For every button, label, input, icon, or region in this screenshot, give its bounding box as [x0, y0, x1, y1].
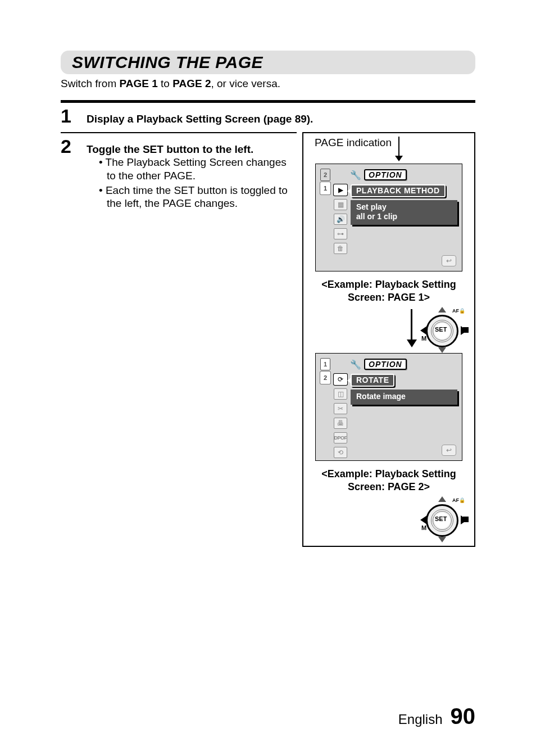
menu-grid-icon: ▦	[334, 199, 347, 210]
arrow-down-icon	[395, 137, 403, 161]
menu-edit-icon: ✂	[334, 403, 347, 414]
page-tabs: 2 1	[320, 169, 330, 194]
selection-title-page2: ROTATE	[351, 374, 394, 387]
dial-row-1: AF🔒 SET M	[309, 309, 469, 351]
tab-2: 2	[320, 169, 330, 181]
desc1-line1: Set play	[356, 202, 387, 211]
page-indication-label: PAGE indication	[315, 137, 392, 149]
footer-page-number: 90	[451, 704, 476, 729]
wrench-icon-2: 🔧	[349, 358, 362, 370]
menu-protect-icon: ⊶	[334, 228, 347, 239]
page-footer: English 90	[398, 704, 475, 729]
dial-af-label-2: AF🔒	[452, 497, 465, 503]
intro-post: , or vice versa.	[211, 78, 281, 89]
dial-down-arrow-icon	[438, 347, 446, 353]
step-2-bullets: The Playback Setting Screen changes to t…	[99, 156, 297, 210]
bullet-2: Each time the SET button is toggled to t…	[107, 184, 297, 211]
step-1-number: 1	[61, 106, 74, 125]
footer-language: English	[398, 712, 443, 727]
menu-rotate-icon: ⟳	[334, 374, 347, 385]
option-header: 🔧 OPTION	[349, 169, 407, 181]
tab-1-active: 1	[320, 182, 330, 194]
intro-pre: Switch from	[61, 78, 120, 89]
section-title: SWITCHING THE PAGE	[72, 53, 464, 72]
caption-page1: <Example: Playback Setting Screen: PAGE …	[309, 278, 469, 304]
intro-page1: PAGE 1	[120, 78, 158, 89]
option-header-2: 🔧 OPTION	[349, 358, 407, 370]
menu-playback-icon: ▶	[334, 184, 347, 196]
option-label: OPTION	[364, 169, 407, 180]
return-icon: ↩	[442, 255, 456, 266]
set-dial-1: AF🔒 SET M	[421, 309, 466, 351]
dial-ev-icon	[463, 327, 469, 333]
set-dial-2: AF🔒 SET M	[421, 499, 466, 540]
dial-af-label: AF🔒	[452, 308, 465, 314]
return-icon-2: ↩	[442, 445, 456, 456]
menu-delete-icon: 🗑	[334, 243, 347, 254]
dial-down-arrow-icon-2	[438, 537, 446, 542]
dial-set-label: SET	[435, 326, 447, 333]
caption-page2: <Example: Playback Setting Screen: PAGE …	[309, 468, 469, 493]
option-label-2: OPTION	[364, 359, 407, 370]
desc1-line2: all or 1 clip	[356, 212, 397, 221]
tab-1: 1	[320, 358, 330, 370]
step-2-heading: Toggle the SET button to the left.	[87, 143, 253, 156]
step-1-heading: Display a Playback Setting Screen (page …	[87, 113, 313, 125]
tab-2-active: 2	[320, 372, 330, 384]
left-menu-page2: ⟳ ◫ ✂ 🖶 DPOF ⟲	[334, 374, 347, 458]
wrench-icon: 🔧	[349, 169, 362, 181]
intro-mid: to	[158, 78, 172, 89]
big-arrow-down-icon	[407, 309, 417, 348]
menu-dpof-icon: DPOF	[334, 432, 347, 443]
bullet-1: The Playback Setting Screen changes to t…	[107, 156, 297, 183]
dial-up-arrow-icon	[438, 307, 446, 313]
playback-screen-page2: 1 2 🔧 OPTION ⟳ ◫ ✂ 🖶 DPOF ⟲ ROTATE Rotat…	[315, 353, 462, 461]
dial-row-2: AF🔒 SET M	[309, 499, 469, 540]
menu-resize-icon: ◫	[334, 388, 347, 400]
step-2-number: 2	[61, 137, 74, 156]
playback-screen-page1: 2 1 🔧 OPTION ▶ ▦ 🔊 ⊶ 🗑 PLAYBACK METHOD S…	[315, 164, 462, 271]
menu-print-icon: 🖶	[334, 418, 347, 429]
selection-desc-page2: Rotate image	[351, 390, 457, 405]
selection-title-page1: PLAYBACK METHOD	[351, 184, 446, 197]
intro-text: Switch from PAGE 1 to PAGE 2, or vice ve…	[61, 78, 475, 90]
left-menu-page1: ▶ ▦ 🔊 ⊶ 🗑	[334, 184, 347, 254]
dial-set-label-2: SET	[435, 515, 447, 522]
divider-thin	[61, 132, 297, 133]
dial-left-arrow-icon-2	[420, 515, 427, 524]
dial-m-label-2: M	[421, 524, 426, 531]
dial-up-arrow-icon-2	[438, 496, 446, 502]
diagram-box: PAGE indication 2 1 🔧 OPTION ▶ ▦ 🔊 ⊶	[302, 132, 475, 547]
menu-volume-icon: 🔊	[334, 214, 347, 225]
dial-ev-icon-2	[463, 517, 469, 522]
dial-m-label: M	[421, 335, 426, 342]
selection-desc-page1: Set play all or 1 clip	[351, 200, 457, 225]
step-1: 1 Display a Playback Setting Screen (pag…	[61, 106, 475, 125]
section-title-bar: SWITCHING THE PAGE	[61, 51, 475, 74]
page-tabs-2: 1 2	[320, 358, 330, 384]
intro-page2: PAGE 2	[172, 78, 211, 89]
page-indication-row: PAGE indication	[315, 137, 469, 161]
divider-thick	[61, 100, 475, 103]
menu-format-icon: ⟲	[334, 447, 347, 458]
dial-left-arrow-icon	[420, 326, 427, 335]
step-2: 2 Toggle the SET button to the left.	[61, 137, 297, 156]
